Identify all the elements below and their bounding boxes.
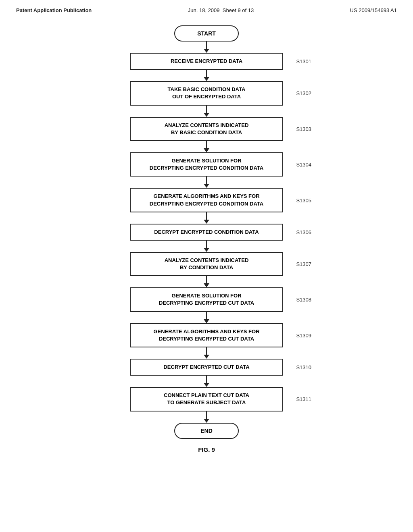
arrow-1 xyxy=(204,70,209,81)
end-shape: END xyxy=(174,423,239,439)
step-label-s1308: S1308 xyxy=(296,297,311,303)
step-wrapper-s1310: DECRYPT ENCRYPTED CUT DATA S1310 xyxy=(106,359,307,376)
arrow-4 xyxy=(204,177,209,188)
step-s1309: GENERATE ALGORITHMS AND KEYS FORDECRYPTI… xyxy=(130,323,283,347)
page-header: Patent Application Publication Jun. 18, … xyxy=(0,0,413,17)
header-left: Patent Application Publication xyxy=(16,7,92,13)
arrow-11 xyxy=(204,411,209,423)
figure-caption: FIG. 9 xyxy=(198,446,215,453)
step-s1311: CONNECT PLAIN TEXT CUT DATATO GENERATE S… xyxy=(130,387,283,411)
step-label-s1310: S1310 xyxy=(296,364,311,370)
step-label-s1307: S1307 xyxy=(296,261,311,267)
step-wrapper-s1311: CONNECT PLAIN TEXT CUT DATATO GENERATE S… xyxy=(106,387,307,411)
step-wrapper-s1308: GENERATE SOLUTION FORDECRYPTING ENCRYPTE… xyxy=(106,287,307,312)
step-s1306: DECRYPT ENCRYPTED CONDITION DATA xyxy=(130,224,283,241)
step-label-s1309: S1309 xyxy=(296,332,311,338)
arrow-7 xyxy=(204,276,209,287)
step-wrapper-s1307: ANALYZE CONTENTS INDICATEDBY CONDITION D… xyxy=(106,252,307,276)
step-label-s1303: S1303 xyxy=(296,126,311,132)
step-wrapper-s1305: GENERATE ALGORITHMS AND KEYS FORDECRYPTI… xyxy=(106,188,307,212)
step-wrapper-s1302: TAKE BASIC CONDITION DATAOUT OF ENCRYPTE… xyxy=(106,81,307,105)
step-s1307: ANALYZE CONTENTS INDICATEDBY CONDITION D… xyxy=(130,252,283,276)
step-s1308: GENERATE SOLUTION FORDECRYPTING ENCRYPTE… xyxy=(130,287,283,312)
start-shape: START xyxy=(174,25,239,42)
diagram-area: START RECEIVE ENCRYPTED DATA S1301 TAKE … xyxy=(0,17,413,465)
end-wrapper: END xyxy=(106,423,307,439)
flowchart: START RECEIVE ENCRYPTED DATA S1301 TAKE … xyxy=(86,25,327,439)
step-s1310: DECRYPT ENCRYPTED CUT DATA xyxy=(130,359,283,376)
step-wrapper-s1309: GENERATE ALGORITHMS AND KEYS FORDECRYPTI… xyxy=(106,323,307,347)
arrow-6 xyxy=(204,241,209,252)
step-wrapper-s1301: RECEIVE ENCRYPTED DATA S1301 xyxy=(106,53,307,70)
step-label-s1306: S1306 xyxy=(296,229,311,235)
arrow-5 xyxy=(204,212,209,224)
start-wrapper: START xyxy=(106,25,307,42)
step-wrapper-s1306: DECRYPT ENCRYPTED CONDITION DATA S1306 xyxy=(106,224,307,241)
arrow-2 xyxy=(204,106,209,117)
step-s1301: RECEIVE ENCRYPTED DATA xyxy=(130,53,283,70)
header-center: Jun. 18, 2009 Sheet 9 of 13 xyxy=(188,7,254,13)
step-wrapper-s1303: ANALYZE CONTENTS INDICATEDBY BASIC CONDI… xyxy=(106,117,307,141)
step-s1303: ANALYZE CONTENTS INDICATEDBY BASIC CONDI… xyxy=(130,117,283,141)
arrow-0 xyxy=(204,42,209,53)
step-wrapper-s1304: GENERATE SOLUTION FORDECRYPTING ENCRYPTE… xyxy=(106,152,307,177)
arrow-9 xyxy=(204,347,209,359)
step-label-s1301: S1301 xyxy=(296,58,311,64)
step-label-s1305: S1305 xyxy=(296,197,311,203)
arrow-10 xyxy=(204,376,209,387)
header-right: US 2009/154693 A1 xyxy=(350,7,397,13)
step-s1304: GENERATE SOLUTION FORDECRYPTING ENCRYPTE… xyxy=(130,152,283,177)
step-s1302: TAKE BASIC CONDITION DATAOUT OF ENCRYPTE… xyxy=(130,81,283,105)
arrow-3 xyxy=(204,141,209,152)
step-s1305: GENERATE ALGORITHMS AND KEYS FORDECRYPTI… xyxy=(130,188,283,212)
step-label-s1311: S1311 xyxy=(296,396,311,402)
arrow-8 xyxy=(204,312,209,323)
step-label-s1302: S1302 xyxy=(296,90,311,96)
step-label-s1304: S1304 xyxy=(296,162,311,168)
